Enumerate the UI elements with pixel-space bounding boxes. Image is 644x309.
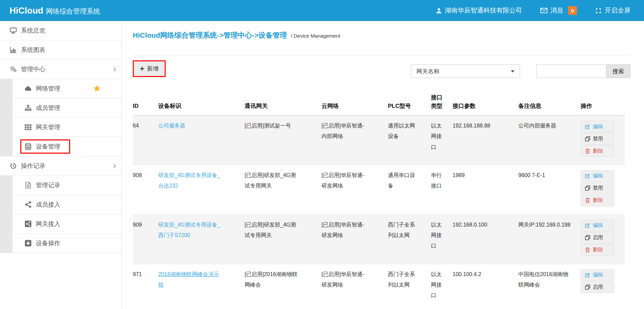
calendar-icon [24, 143, 33, 150]
bar-chart-icon [9, 46, 18, 54]
messages-menu[interactable]: 消息 0 [540, 6, 577, 15]
action-button-label: 禁用 [593, 185, 603, 191]
app-logo-subtitle: 网络综合管理系统 [46, 7, 100, 16]
interface-type-cell: 以太网接口 [431, 264, 453, 309]
breadcrumb-path: HiCloud网络综合管理系统->管理中心->设备管理 [133, 31, 287, 39]
caret-down-icon [511, 70, 515, 73]
trash-icon [585, 198, 590, 203]
sidebar-item-label: 成员接入 [36, 200, 60, 209]
toolbar: 新增 网关名称 搜索 [133, 60, 630, 78]
enable-button[interactable]: 启用 [581, 282, 614, 293]
filter-area: 网关名称 搜索 [411, 64, 630, 78]
device-link[interactable]: 研发部_4G测试专用设备_台达232 [158, 172, 220, 189]
history-icon [9, 162, 18, 170]
plc-model-cell: 西门子全系列以太网 [388, 264, 431, 309]
plc-model-cell: 西门子全系列以太网 [388, 214, 431, 264]
device-link[interactable]: 2016湖南物联网峰会演示箱 [158, 271, 219, 288]
cloud-network-cell: [已启用]华辰智通-内部网络 [321, 115, 388, 165]
sidebar-item-label: 系统总览 [21, 26, 45, 35]
sidebar-item-gateway-management[interactable]: 网关管理 [0, 118, 122, 137]
share-icon [24, 201, 33, 208]
edit-button[interactable]: 编辑 [581, 269, 614, 281]
sidebar-item-network-management[interactable]: 网络管理 [0, 79, 122, 98]
messages-label: 消息 [550, 6, 563, 15]
column-header-id: ID [133, 94, 158, 115]
interface-type-cell: 以太网接口 [431, 115, 453, 165]
search-button[interactable]: 搜索 [606, 64, 630, 78]
device-link[interactable]: 公司服务器 [158, 123, 185, 129]
gears-icon [9, 65, 18, 73]
plus-square-icon [24, 239, 33, 247]
actions-cell: 编辑启用删除 [581, 214, 625, 264]
sidebar-item-operation-records[interactable]: 操作记录 [0, 156, 122, 176]
sidebar-item-system-charts[interactable]: 系统图表 [0, 40, 122, 60]
table-row: 909研发部_4G测试专用设备_西门子S7200[已启用]研发部_4G测试专用网… [133, 214, 625, 264]
cloud-network-cell: [已启用]华辰智通-研发网络 [321, 214, 388, 264]
sidebar-item-management-center[interactable]: 管理中心 [0, 60, 122, 79]
column-header-gateway: 通讯网关 [245, 94, 321, 115]
edit-button[interactable]: 编辑 [581, 220, 614, 231]
app-logo-bold: HiCloud [9, 5, 43, 16]
breadcrumb: HiCloud网络综合管理系统->管理中心->设备管理 / Device Man… [133, 31, 630, 55]
topbar: HiCloud 网络综合管理系统 湖南华辰智通科技有限公司 消息 0 开启全屏 [0, 0, 644, 21]
device-id-cell: 971 [133, 264, 158, 309]
clone-icon [585, 186, 590, 191]
add-button[interactable]: 新增 [134, 62, 164, 75]
search-input[interactable] [536, 64, 606, 78]
sidebar-item-label: 管理记录 [36, 181, 60, 189]
sidebar-item-system-overview[interactable]: 系统总览 [0, 21, 122, 40]
gateway-cell: [已启用]测试架一号 [245, 115, 321, 165]
edit-icon [585, 223, 590, 228]
sidebar-item-device-operations[interactable]: 设备操作 [0, 234, 122, 253]
account-menu[interactable]: 湖南华辰智通科技有限公司 [436, 6, 522, 15]
edit-button[interactable]: 编辑 [581, 121, 614, 132]
sidebar-item-member-access[interactable]: 成员接入 [0, 195, 122, 214]
gateway-filter-select[interactable]: 网关名称 [411, 64, 520, 78]
interface-params-cell: 1989 [453, 165, 518, 214]
actions-cell: 编辑禁用删除 [581, 165, 625, 214]
clone-icon [585, 235, 590, 240]
device-id-cell: 64 [133, 115, 158, 165]
plc-model-cell: 通用以太网设备 [388, 115, 431, 165]
delete-button[interactable]: 删除 [581, 195, 614, 206]
device-link[interactable]: 研发部_4G测试专用设备_西门子S7200 [158, 222, 220, 238]
disable-button[interactable]: 禁用 [581, 133, 614, 144]
trash-icon [585, 247, 590, 252]
sidebar-item-label: 管理中心 [21, 65, 45, 73]
clone-icon [585, 285, 590, 290]
sidebar-item-member-management[interactable]: 成员管理 [0, 98, 122, 118]
envelope-icon [540, 8, 547, 13]
disable-button[interactable]: 禁用 [581, 182, 614, 194]
enable-button[interactable]: 启用 [581, 232, 614, 244]
trash-icon [585, 149, 590, 154]
clone-icon [585, 136, 590, 141]
delete-button[interactable]: 删除 [581, 244, 614, 256]
interface-params-cell: 192.168.0.100 [453, 214, 518, 264]
remark-cell: 公司内部服务器 [518, 115, 581, 165]
app-logo: HiCloud 网络综合管理系统 [9, 5, 100, 16]
sidebar-item-device-management[interactable]: 设备管理 [0, 137, 122, 156]
share-square-icon [24, 220, 33, 228]
sidebar-item-label: 网关管理 [36, 123, 60, 131]
action-button-label: 删除 [593, 197, 603, 204]
sidebar-item-label: 操作记录 [21, 162, 45, 170]
column-header-actions: 操作 [581, 94, 625, 115]
table-header-row: ID 设备标识 通讯网关 云网络 PLC型号 接口类型 接口参数 备注信息 操作 [133, 94, 625, 115]
delete-button[interactable]: 删除 [581, 145, 614, 157]
sidebar-item-gateway-access[interactable]: 网关接入 [0, 214, 122, 234]
device-name-cell: 研发部_4G测试专用设备_西门子S7200 [158, 214, 245, 264]
fullscreen-toggle[interactable]: 开启全屏 [595, 6, 630, 15]
plc-model-cell: 通用串口设备 [388, 165, 431, 214]
sidebar-item-management-records[interactable]: 管理记录 [0, 176, 122, 195]
annotation-box-add: 新增 [133, 60, 166, 77]
device-table: ID 设备标识 通讯网关 云网络 PLC型号 接口类型 接口参数 备注信息 操作… [133, 94, 625, 309]
action-button-label: 启用 [593, 284, 603, 290]
action-button-label: 编辑 [593, 123, 603, 130]
action-button-label: 删除 [593, 247, 603, 253]
edit-button[interactable]: 编辑 [581, 170, 614, 182]
device-id-cell: 908 [133, 165, 158, 214]
action-button-label: 编辑 [593, 272, 603, 278]
action-button-label: 删除 [593, 148, 603, 154]
chevron-right-icon [113, 64, 116, 73]
sitemap-icon [24, 104, 33, 112]
